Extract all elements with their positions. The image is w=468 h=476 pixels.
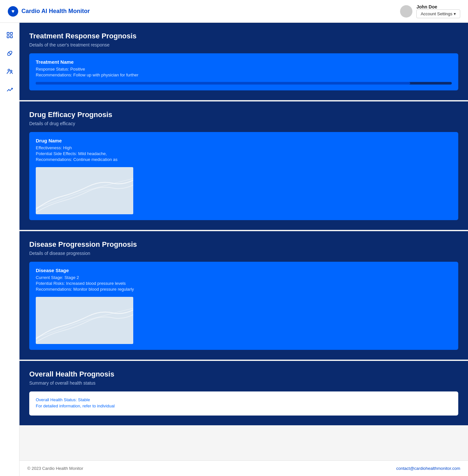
treatment-recommendations: Recommendations: Follow up with physicia… <box>36 73 452 77</box>
drug-section: Drug Efficacy Prognosis Details of drug … <box>20 100 468 230</box>
treatment-progress-bar <box>36 82 410 85</box>
disease-title: Disease Progression Prognosis <box>29 240 458 249</box>
treatment-response-status: Response Status: Positive <box>36 67 452 72</box>
avatar <box>400 5 412 18</box>
drug-recommendations: Recommendations: Continue medication as <box>36 157 452 162</box>
disease-card: Disease Stage Current Stage: Stage 2 Pot… <box>29 262 458 350</box>
logo: ♥ Cardio AI Health Monitor <box>8 6 90 17</box>
footer-copyright: © 2023 Cardio Health Monitor <box>27 466 83 471</box>
svg-point-6 <box>8 69 10 71</box>
disease-chart <box>36 297 133 344</box>
sidebar-item-medication[interactable] <box>4 47 16 59</box>
drug-subtitle: Details of drug efficacy <box>29 121 458 126</box>
svg-point-7 <box>10 70 12 72</box>
sidebar-item-dashboard[interactable] <box>4 29 16 41</box>
treatment-progress-container <box>36 82 452 85</box>
drug-effectiveness: Effectiveness: High <box>36 145 452 150</box>
user-info: John Doe Account Settings ▾ <box>416 4 460 18</box>
app-title: Cardio AI Health Monitor <box>21 8 90 15</box>
sidebar <box>0 23 20 476</box>
overall-subtitle: Summary of overall health status <box>29 380 458 386</box>
disease-risks: Potential Risks: Increased blood pressur… <box>36 281 452 286</box>
treatment-section: Treatment Response Prognosis Details of … <box>20 23 468 100</box>
svg-rect-9 <box>36 297 133 344</box>
treatment-subtitle: Details of the user's treatment response <box>29 42 458 47</box>
drug-card-title: Drug Name <box>36 138 452 143</box>
svg-rect-8 <box>36 167 133 214</box>
overall-card: Overall Health Status: Stable For detail… <box>29 391 458 416</box>
header-right: John Doe Account Settings ▾ <box>400 4 460 18</box>
treatment-title: Treatment Response Prognosis <box>29 32 458 40</box>
drug-title: Drug Efficacy Prognosis <box>29 111 458 119</box>
footer-contact-link[interactable]: contact@cardiohealthmonitor.com <box>396 466 460 471</box>
sidebar-item-patients[interactable] <box>4 66 16 77</box>
logo-icon: ♥ <box>8 6 18 17</box>
disease-stage: Current Stage: Stage 2 <box>36 275 452 280</box>
main-content: Treatment Response Prognosis Details of … <box>20 23 468 460</box>
sidebar-item-analytics[interactable] <box>4 84 16 96</box>
disease-section: Disease Progression Prognosis Details of… <box>20 230 468 360</box>
svg-line-5 <box>8 52 11 55</box>
chevron-down-icon: ▾ <box>454 11 456 16</box>
account-settings-button[interactable]: Account Settings ▾ <box>416 9 460 18</box>
svg-rect-0 <box>7 33 9 34</box>
disease-recommendations: Recommendations: Monitor blood pressure … <box>36 287 452 292</box>
user-name: John Doe <box>416 4 437 9</box>
drug-chart <box>36 167 133 214</box>
overall-health-status: Overall Health Status: Stable <box>36 397 452 402</box>
overall-section: Overall Health Prognosis Summary of over… <box>20 360 468 425</box>
disease-subtitle: Details of disease progression <box>29 251 458 256</box>
header: ♥ Cardio AI Health Monitor John Doe Acco… <box>0 0 468 23</box>
disease-card-title: Disease Stage <box>36 268 452 273</box>
drug-side-effects: Potential Side Effects: Mild headache, <box>36 151 452 156</box>
overall-title: Overall Health Prognosis <box>29 370 458 378</box>
account-settings-label: Account Settings <box>421 11 452 16</box>
svg-rect-1 <box>10 33 12 34</box>
drug-card: Drug Name Effectiveness: High Potential … <box>29 132 458 220</box>
svg-rect-3 <box>10 36 12 38</box>
treatment-card: Treatment Name Response Status: Positive… <box>29 53 458 90</box>
svg-rect-2 <box>7 36 9 38</box>
footer: © 2023 Cardio Health Monitor contact@car… <box>20 460 468 476</box>
overall-detail-ref: For detailed information, refer to indiv… <box>36 403 452 408</box>
treatment-card-title: Treatment Name <box>36 59 452 65</box>
